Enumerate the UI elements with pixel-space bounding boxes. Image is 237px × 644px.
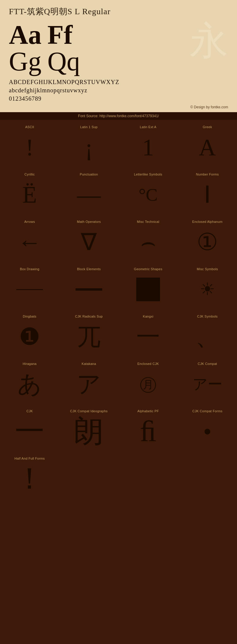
glyph-cell-misctech: Misc Technical ⌢ <box>118 215 178 262</box>
glyph-char-punctuation: — <box>77 178 101 211</box>
glyph-label-boxdrawing: Box Drawing <box>20 267 39 271</box>
glyph-cell-punctuation: Punctuation — <box>59 167 118 215</box>
glyph-cell-boxdrawing: Box Drawing <box>0 262 59 309</box>
glyph-label-cjkcompatideographs: CJK Compat Ideographs <box>70 409 108 413</box>
box-drawing-line <box>16 289 43 290</box>
glyph-label-miscsymbols: Misc Symbols <box>197 267 218 271</box>
glyph-label-ascii: ASCII <box>25 125 34 129</box>
glyph-char-katakana: ア <box>77 368 101 400</box>
glyph-cell-empty3 <box>178 451 237 499</box>
glyph-char-mathop: ∇ <box>81 226 97 258</box>
glyph-label-alphabeticpf: Alphabetic PF <box>137 409 159 413</box>
char-gg: Gg <box>9 48 41 75</box>
glyph-label-latin1sup: Latin 1 Sup <box>80 125 98 129</box>
glyph-label-hiragana: Hiragana <box>23 362 36 366</box>
block-elements-line <box>76 288 102 291</box>
copyright: © Design by fontke.com <box>9 105 228 109</box>
glyph-cell-enclosedcjk: Enclosed CJK ㊊ <box>118 357 178 404</box>
glyph-cell-mathop: Math Operators ∇ <box>59 215 118 262</box>
glyph-label-punctuation: Punctuation <box>80 173 98 176</box>
sample-row-2: Gg Qq <box>9 48 184 75</box>
glyph-cell-cjkcompatideographs: CJK Compat Ideographs 朗 <box>59 404 118 451</box>
glyph-char-kangxi: 一 <box>136 321 160 353</box>
geometric-square <box>136 278 160 301</box>
glyph-cell-alphabeticpf: Alphabetic PF ﬁ <box>118 404 178 451</box>
glyph-char-cjkcompat: アー <box>193 368 222 400</box>
glyph-cell-cjkcompatforms: CJK Compat Forms • <box>178 404 237 451</box>
glyph-label-dingbats: Dingbats <box>23 315 36 318</box>
glyph-cell-numberforms: Number Forms Ⅰ <box>178 167 237 215</box>
glyph-label-geoshapes: Geometric Shapes <box>134 267 162 271</box>
glyph-char-numberforms: Ⅰ <box>204 178 211 211</box>
glyph-char-greek: Α <box>199 131 216 164</box>
glyph-label-letterlike: Letterlike Symbols <box>134 173 162 176</box>
glyph-cell-kangxi: Kangxi 一 <box>118 309 178 357</box>
glyph-char-ascii: ! <box>26 131 34 164</box>
glyph-char-cjkcompatideographs: 朗 <box>74 415 104 448</box>
glyph-label-cjk: CJK <box>26 409 33 413</box>
glyph-cell-enclosedalpha: Enclosed Alphanum ① <box>178 215 237 262</box>
glyph-char-enclosedalpha: ① <box>197 226 218 258</box>
glyph-char-cjkradicalsup: 兀 <box>77 321 101 353</box>
glyph-cell-cjksymbols: CJK Symbols 、 <box>178 309 237 357</box>
glyph-cell-halfandfull: Half And Full Forms ！ <box>0 451 59 499</box>
glyph-char-cjkcompatforms: • <box>203 415 212 448</box>
glyph-label-cjkcompat: CJK Compat <box>198 362 217 366</box>
font-title: FTT-筑紫Q明朝S L Regular <box>9 6 228 17</box>
glyph-char-letterlike: °C <box>139 178 158 211</box>
glyph-label-blockelements: Block Elements <box>77 267 101 271</box>
glyph-cell-greek: Greek Α <box>178 120 237 167</box>
source-bar: Font Source: http://www.fontke.com/font/… <box>0 112 237 120</box>
glyph-grid: ASCII ! Latin 1 Sup ¡ Latin Ext A 1 Gree… <box>0 120 237 499</box>
glyph-label-enclosedcjk: Enclosed CJK <box>137 362 159 366</box>
glyph-cell-hiragana: Hiragana あ <box>0 357 59 404</box>
char-aa: Aa <box>9 22 41 48</box>
glyph-label-misctech: Misc Technical <box>137 220 159 223</box>
glyph-label-numberforms: Number Forms <box>196 173 219 176</box>
glyph-char-misctech: ⌢ <box>140 226 156 258</box>
glyph-cell-katakana: Katakana ア <box>59 357 118 404</box>
sample-chars: Aa Ff Gg Qq 永 <box>9 22 228 75</box>
glyph-cell-dingbats: Dingbats ❶ <box>0 309 59 357</box>
glyph-label-katakana: Katakana <box>82 362 96 366</box>
cjk-sample: 永 <box>190 22 228 60</box>
glyph-char-latinexta: 1 <box>142 131 154 164</box>
glyph-char-arrows: ← <box>18 226 41 258</box>
char-qq: Qq <box>47 48 80 75</box>
glyph-cell-cyrillic: Cyrillic Ё <box>0 167 59 215</box>
lowercase-line: abcdefghijklmnopqrstuvwxyz <box>9 86 228 94</box>
glyph-label-arrows: Arrows <box>24 220 35 223</box>
glyph-label-kangxi: Kangxi <box>143 315 153 318</box>
glyph-cell-cjkradicalsup: CJK Radicals Sup 兀 <box>59 309 118 357</box>
glyph-cell-miscsymbols: Misc Symbols ☀ <box>178 262 237 309</box>
glyph-label-halfandfull: Half And Full Forms <box>15 457 45 460</box>
glyph-label-cjkradicalsup: CJK Radicals Sup <box>75 315 103 318</box>
glyph-cell-blockelements: Block Elements <box>59 262 118 309</box>
uppercase-line: ABCDEFGHIJKLMNOPQRSTUVWXYZ <box>9 78 228 86</box>
glyph-cell-empty1 <box>59 451 118 499</box>
glyph-cell-latin1sup: Latin 1 Sup ¡ <box>59 120 118 167</box>
glyph-cell-empty2 <box>118 451 178 499</box>
glyph-char-alphabeticpf: ﬁ <box>140 415 156 448</box>
glyph-label-cjksymbols: CJK Symbols <box>197 315 217 318</box>
glyph-char-halfandfull: ！ <box>15 463 44 495</box>
glyph-label-cyrillic: Cyrillic <box>25 173 35 176</box>
header-section: FTT-筑紫Q明朝S L Regular Aa Ff Gg Qq 永 ABCDE… <box>0 0 237 112</box>
glyph-label-enclosedalpha: Enclosed Alphanum <box>192 220 222 223</box>
glyph-cell-cjk: CJK 一 <box>0 404 59 451</box>
glyph-char-enclosedcjk: ㊊ <box>139 368 157 400</box>
glyph-cell-ascii: ASCII ! <box>0 120 59 167</box>
glyph-cell-latinexta: Latin Ext A 1 <box>118 120 178 167</box>
glyph-char-cyrillic: Ё <box>23 178 37 211</box>
glyph-char-hiragana: あ <box>17 368 42 400</box>
glyph-cell-cjkcompat: CJK Compat アー <box>178 357 237 404</box>
glyph-char-cjk: 一 <box>15 415 44 448</box>
glyph-char-dingbats: ❶ <box>19 321 40 353</box>
char-ff: Ff <box>47 22 73 48</box>
glyph-cell-arrows: Arrows ← <box>0 215 59 262</box>
glyph-label-mathop: Math Operators <box>77 220 101 223</box>
glyph-char-miscsymbols: ☀ <box>200 273 215 306</box>
glyph-cell-geoshapes: Geometric Shapes <box>118 262 178 309</box>
digits-line: 0123456789 <box>9 94 228 103</box>
glyph-char-latin1sup: ¡ <box>85 131 93 164</box>
